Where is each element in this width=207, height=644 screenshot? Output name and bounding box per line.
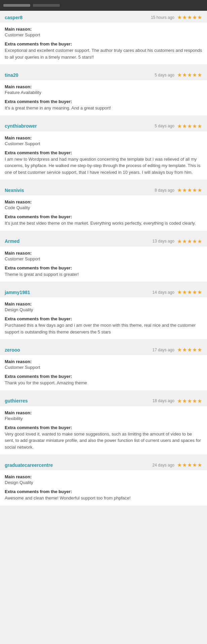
review-block: jammy1981 14 days ago ★★★★★ Main reason:… [0,286,207,343]
extra-comments-label: Extra comments from the buyer: [5,41,202,46]
divider [0,65,207,68]
extra-comments-label: Extra comments from the buyer: [5,425,202,430]
top-bar [0,0,207,11]
reviewer-name[interactable]: guthierres [5,398,28,404]
review-header: zerooo 17 days ago ★★★★★ [0,343,207,355]
extra-comments-text: Purchased this a few days ago and i am o… [5,322,202,335]
main-reason-value: Design Quality [5,480,202,485]
review-body: Main reason: Design Quality Extra commen… [0,470,207,506]
extra-comments-label: Extra comments from the buyer: [5,374,202,379]
main-reason-label: Main reason: [5,135,202,140]
review-meta: 24 days ago ★★★★★ [153,462,202,468]
review-body: Main reason: Design Quality Extra commen… [0,297,207,339]
review-body: Main reason: Customer Support Extra comm… [0,355,207,390]
main-reason-value: Feature Availability [5,90,202,95]
review-time: 18 days ago [153,398,174,403]
review-stars: ★★★★★ [177,72,202,78]
extra-comments-text: Exceptional and excellent customer suppo… [5,47,202,60]
review-time: 8 days ago [155,188,174,193]
main-reason-value: Customer Support [5,141,202,146]
review-header: casper8 15 hours ago ★★★★★ [0,11,207,23]
extra-comments-label: Extra comments from the buyer: [5,316,202,321]
review-stars: ★★★★★ [177,123,202,129]
main-reason-value: Customer Support [5,32,202,37]
review-header: jammy1981 14 days ago ★★★★★ [0,286,207,297]
review-meta: 18 days ago ★★★★★ [153,398,202,404]
review-body: Main reason: Flexibility Extra comments … [0,406,207,455]
review-body: Main reason: Customer Support Extra comm… [0,131,207,180]
extra-comments-text: Theme is great and support is greater! [5,271,202,278]
main-reason-value: Code Quality [5,205,202,210]
review-stars: ★★★★★ [177,347,202,353]
reviewer-name[interactable]: tina20 [5,72,18,78]
main-reason-label: Main reason: [5,251,202,256]
extra-comments-label: Extra comments from the buyer: [5,99,202,104]
review-stars: ★★★★★ [177,238,202,245]
review-meta: 5 days ago ★★★★★ [155,72,202,78]
main-reason-label: Main reason: [5,27,202,32]
reviewer-name[interactable]: Armed [5,238,19,244]
review-block: graduatecareercentre 24 days ago ★★★★★ M… [0,458,207,509]
extra-comments-label: Extra comments from the buyer: [5,214,202,219]
reviews-container: casper8 15 hours ago ★★★★★ Main reason: … [0,11,207,509]
review-header: Armed 13 days ago ★★★★★ [0,235,207,247]
main-reason-value: Design Quality [5,307,202,312]
review-stars: ★★★★★ [177,462,202,468]
review-header: graduatecareercentre 24 days ago ★★★★★ [0,458,207,470]
top-bar-button-2[interactable] [33,4,60,7]
reviewer-name[interactable]: casper8 [5,15,23,20]
extra-comments-text: Thank you for the support. Amazing theme [5,380,202,386]
review-block: zerooo 17 days ago ★★★★★ Main reason: Cu… [0,343,207,394]
extra-comments-text: It's a great theme in any meaning. And a… [5,105,202,111]
review-block: guthierres 18 days ago ★★★★★ Main reason… [0,394,207,458]
review-time: 13 days ago [153,239,174,244]
review-stars: ★★★★★ [177,14,202,21]
review-time: 17 days ago [153,348,174,352]
extra-comments-text: I am new to Wordpress and had many quest… [5,156,202,176]
top-bar-button-1[interactable] [3,4,30,7]
review-header: Nexnivis 8 days ago ★★★★★ [0,184,207,195]
extra-comments-label: Extra comments from the buyer: [5,489,202,494]
reviewer-name[interactable]: cynthiabrower [5,123,37,129]
review-block: Armed 13 days ago ★★★★★ Main reason: Cus… [0,235,207,285]
reviewer-name[interactable]: graduatecareercentre [5,462,53,468]
review-body: Main reason: Feature Availability Extra … [0,80,207,116]
review-body: Main reason: Code Quality Extra comments… [0,195,207,231]
review-time: 15 hours ago [151,15,174,20]
extra-comments-text: Awesome and clean theme! Wonderful suppo… [5,495,202,502]
review-meta: 15 hours ago ★★★★★ [151,14,202,21]
review-time: 5 days ago [155,73,174,77]
divider [0,455,207,458]
reviewer-name[interactable]: Nexnivis [5,188,24,193]
review-header: tina20 5 days ago ★★★★★ [0,68,207,80]
review-meta: 8 days ago ★★★★★ [155,187,202,193]
extra-comments-text: Very good loved it, wanted to make some … [5,431,202,451]
divider [0,282,207,285]
main-reason-value: Customer Support [5,365,202,370]
review-header: guthierres 18 days ago ★★★★★ [0,394,207,406]
divider [0,180,207,183]
review-stars: ★★★★★ [177,398,202,404]
review-block: tina20 5 days ago ★★★★★ Main reason: Fea… [0,68,207,119]
review-stars: ★★★★★ [177,289,202,295]
main-reason-label: Main reason: [5,474,202,479]
divider [0,340,207,343]
reviewer-name[interactable]: zerooo [5,347,20,353]
main-reason-label: Main reason: [5,410,202,415]
review-body: Main reason: Customer Support Extra comm… [0,23,207,64]
review-block: Nexnivis 8 days ago ★★★★★ Main reason: C… [0,184,207,234]
main-reason-label: Main reason: [5,301,202,307]
reviewer-name[interactable]: jammy1981 [5,290,30,295]
divider [0,506,207,509]
review-time: 5 days ago [155,124,174,128]
review-header: cynthiabrower 5 days ago ★★★★★ [0,120,207,131]
review-meta: 17 days ago ★★★★★ [153,347,202,353]
review-stars: ★★★★★ [177,187,202,193]
main-reason-label: Main reason: [5,84,202,89]
review-meta: 13 days ago ★★★★★ [153,238,202,245]
main-reason-value: Customer Support [5,256,202,261]
review-body: Main reason: Customer Support Extra comm… [0,247,207,282]
main-reason-value: Flexibility [5,416,202,421]
extra-comments-text: It's just the best video theme on the ma… [5,220,202,227]
divider [0,231,207,234]
